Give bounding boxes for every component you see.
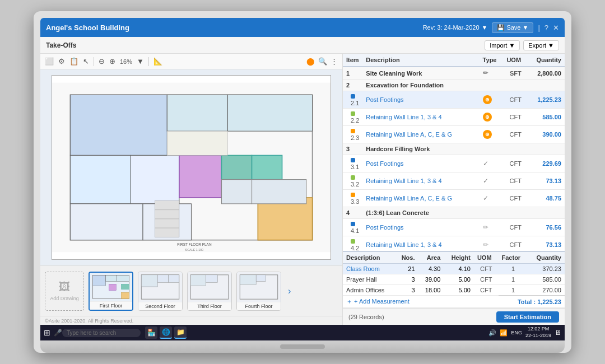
laptop-notch	[280, 344, 325, 349]
measure-icon[interactable]: 📐	[153, 57, 162, 66]
item-qty	[528, 143, 565, 155]
app-title: Angel's School Building	[46, 24, 423, 32]
cortana-icon[interactable]: 🎤	[54, 329, 62, 337]
item-uom: CFT	[503, 155, 528, 172]
export-button[interactable]: Export ▼	[523, 40, 559, 50]
taskbar-app-folder[interactable]: 📁	[174, 326, 187, 339]
item-desc[interactable]: Retaining Wall Line 1, 3 & 4	[362, 172, 479, 190]
meas-row-desc[interactable]: Admin Offices	[343, 285, 395, 296]
item-desc[interactable]: (1:3:6) Lean Concrete	[362, 207, 479, 219]
thumb-image-fourth	[237, 272, 281, 302]
item-type: ✏	[480, 219, 504, 236]
color-indicator	[351, 175, 355, 180]
meas-row-area: 18.00	[418, 285, 444, 296]
item-desc[interactable]: Site Cleaning Work	[362, 67, 479, 80]
item-desc[interactable]: Excavation for Foundation	[362, 80, 479, 91]
item-desc[interactable]: Hardcore Filling Work	[362, 143, 479, 155]
item-num: 2.2	[343, 109, 362, 126]
svg-rect-28	[122, 284, 129, 289]
taskbar: ⊞ 🎤 🏪 🌐 📁 🔊 📶 ENG 12:02 PM 22-11-2019 🖥	[40, 325, 565, 340]
svg-rect-38	[206, 274, 217, 282]
settings-icon[interactable]: ⚙	[58, 57, 65, 66]
col-quantity: Quantity	[528, 54, 565, 67]
item-desc[interactable]: Post Footings	[362, 155, 479, 172]
start-menu-icon[interactable]: ⊞	[44, 328, 50, 337]
cursor-icon[interactable]: ↖	[83, 57, 89, 66]
add-measurement-label[interactable]: ＋ + Add Measurement	[343, 296, 499, 308]
floor-plan: FIRST FLOOR PLAN SCALE 1:100	[52, 75, 331, 260]
thumb-second-floor[interactable]: Second Floor	[138, 272, 183, 311]
close-icon[interactable]: ✕	[553, 24, 559, 32]
table-row: 2.1 Post Footings ⊕ CFT 1,225.23	[343, 91, 565, 109]
zoom-level[interactable]: 16%	[120, 58, 132, 65]
save-dropdown-icon[interactable]: ▼	[522, 24, 528, 31]
meas-row-desc[interactable]: Prayer Hall	[343, 274, 395, 285]
color-indicator	[351, 111, 355, 116]
color-pick-icon[interactable]: ⬤	[306, 57, 315, 66]
import-button[interactable]: Import ▼	[485, 40, 520, 50]
select-tool-icon[interactable]: ⬜	[45, 57, 54, 66]
zoom-tool-icon[interactable]: 🔍	[318, 57, 327, 66]
thumbnails-next-icon[interactable]: ›	[286, 286, 293, 296]
battery-icon: ENG	[511, 330, 522, 335]
item-desc[interactable]: Retaining Wall Line 1, 3 & 4	[362, 109, 479, 126]
svg-rect-24	[93, 275, 106, 286]
rev-text: Rev: 3: 24-Mar-2020	[423, 24, 480, 31]
thumb-first-floor[interactable]: First Floor	[89, 272, 133, 311]
table-row: 3 Hardcore Filling Work	[343, 143, 565, 155]
color-indicator	[351, 158, 355, 162]
item-desc[interactable]: Retaining Wall Line A, C, E & G	[362, 190, 479, 207]
col-type: Type	[480, 54, 504, 67]
meas-col-desc: Description	[343, 252, 395, 264]
item-desc[interactable]: Post Footings	[362, 219, 479, 236]
svg-rect-37	[190, 274, 206, 285]
left-panel: ⬜ ⚙ 📋 ↖ ⊖ ⊕ 16% ▼ 📐 ⬤ 🔍 ⋮	[40, 54, 343, 325]
item-desc[interactable]: Retaining Wall Line A, C, E & G	[362, 126, 479, 143]
rev-dropdown-icon[interactable]: ▼	[482, 24, 488, 31]
table-row: 3.2 Retaining Wall Line 1, 3 & 4 ✓ CFT 7…	[343, 172, 565, 190]
check-icon: ✓	[483, 194, 488, 202]
meas-col-area: Area	[418, 252, 444, 264]
volume-icon: 📶	[500, 329, 508, 337]
item-desc[interactable]: Retaining Wall Line 1, 3 & 4	[362, 236, 479, 251]
item-uom	[503, 207, 528, 219]
zoom-out-icon[interactable]: ⊖	[99, 57, 105, 66]
right-panel: Item Description Type UOM Quantity 1	[343, 54, 565, 325]
item-uom: CFT	[503, 109, 528, 126]
meas-row-qty: 370.23	[528, 264, 565, 274]
more-icon[interactable]: ⋮	[331, 57, 338, 66]
svg-rect-8	[222, 155, 252, 179]
taskbar-search-input[interactable]	[62, 329, 141, 337]
thumb-third-floor[interactable]: Third Floor	[187, 272, 232, 311]
notification-icon[interactable]: 🖥	[555, 329, 561, 337]
layers-icon[interactable]: 📋	[69, 57, 78, 66]
check-icon: ✓	[483, 160, 488, 167]
sub-header: Take-Offs Import ▼ Export ▼	[40, 37, 565, 54]
meas-row-uom: CFT	[474, 264, 499, 274]
table-row: Admin Offices 3 18.00 5.00 CFT 1 270.00	[343, 285, 565, 296]
add-measurement-row[interactable]: ＋ + Add Measurement Total : 1,225.23	[343, 296, 565, 308]
item-uom: CFT	[503, 219, 528, 236]
drawing-area[interactable]: FIRST FLOOR PLAN SCALE 1:100	[40, 69, 342, 265]
start-estimation-button[interactable]: Start Estimation	[496, 311, 559, 323]
item-type: ✓	[480, 155, 504, 172]
item-type: ✓	[480, 190, 504, 207]
item-desc[interactable]: Post Footings	[362, 91, 479, 109]
zoom-dropdown-icon[interactable]: ▼	[137, 57, 144, 66]
copyright-text: ©Asite 2001-2020. All Rights Reserved.	[45, 318, 133, 324]
add-drawing-button[interactable]: 🖼 Add Drawing	[45, 272, 84, 311]
svg-rect-26	[116, 275, 129, 281]
tab-label: Take-Offs	[46, 41, 481, 49]
thumb-fourth-floor[interactable]: Fourth Floor	[236, 272, 281, 311]
taskbar-app-store[interactable]: 🏪	[145, 326, 157, 339]
save-button[interactable]: 💾 Save ▼	[492, 22, 533, 33]
zoom-in-icon[interactable]: ⊕	[109, 57, 115, 66]
meas-row-desc[interactable]: Class Room	[343, 264, 395, 274]
help-icon[interactable]: ?	[544, 24, 548, 32]
measurement-table: Description Nos. Area Height UOM Factor …	[343, 252, 565, 308]
add-meas-text[interactable]: + Add Measurement	[354, 298, 409, 305]
taskbar-app-browser[interactable]: 🌐	[160, 326, 172, 339]
thumbnails-bar: 🖼 Add Drawing	[40, 265, 342, 316]
table-row: 3.3 Retaining Wall Line A, C, E & G ✓ CF…	[343, 190, 565, 207]
meas-row-height: 5.00	[444, 274, 474, 285]
